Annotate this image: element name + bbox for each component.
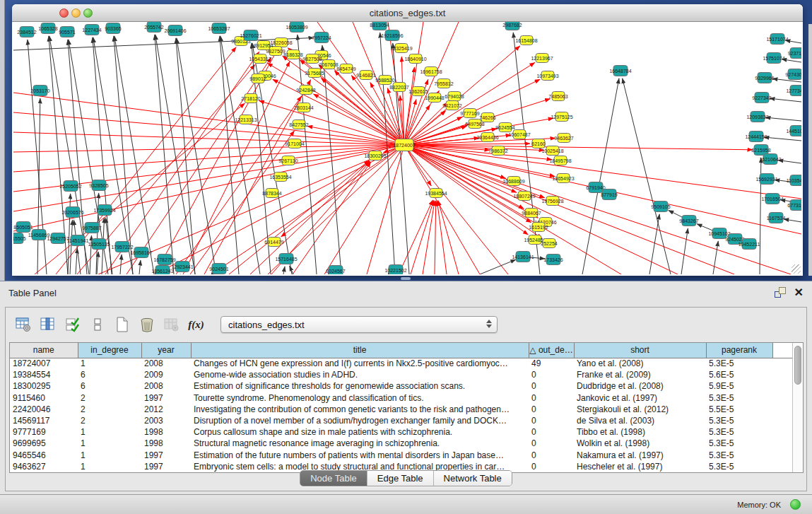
graph-node[interactable]: 11035410 — [787, 175, 801, 186]
graph-node[interactable]: 15751074 — [763, 53, 784, 64]
network-edge[interactable] — [13, 132, 404, 145]
graph-node[interactable]: 1167534 — [767, 213, 786, 223]
graph-node[interactable]: 8454749 — [336, 64, 355, 74]
function-builder-button[interactable]: f(x) — [186, 314, 206, 335]
column-header-out_de[interactable]: △ out_de… — [529, 343, 574, 358]
row-height-button[interactable] — [87, 314, 107, 335]
network-edge[interactable] — [423, 201, 435, 274]
graph-node[interactable]: 25205052 — [59, 181, 81, 192]
network-edge[interactable] — [155, 35, 174, 274]
graph-node[interactable]: 9509105 — [651, 201, 670, 212]
network-edge[interactable] — [220, 36, 239, 274]
delete-table-button[interactable] — [161, 314, 182, 335]
graph-node[interactable]: 9843267 — [679, 216, 698, 226]
graph-node[interactable]: 18807249 — [513, 192, 535, 201]
graph-node[interactable]: 1990448 — [425, 93, 444, 103]
graph-node[interactable]: 9146821 — [356, 71, 375, 80]
graph-node[interactable]: 16053809 — [286, 22, 307, 33]
network-edge[interactable] — [437, 201, 447, 274]
graph-node[interactable]: 3915505 — [13, 233, 26, 244]
graph-node[interactable]: 18640910 — [404, 54, 426, 64]
network-edge[interactable] — [399, 200, 433, 274]
network-edge[interactable] — [582, 78, 619, 274]
network-edge[interactable] — [404, 145, 678, 274]
network-edge[interactable] — [273, 79, 404, 145]
table-row[interactable]: 1830029562008Estimation of significance … — [10, 380, 792, 392]
network-edge[interactable] — [778, 160, 801, 163]
table-row[interactable]: 1938455462009Genome-wide association stu… — [10, 369, 792, 380]
network-edge[interactable] — [765, 117, 801, 121]
network-edge[interactable] — [70, 220, 73, 274]
graph-node[interactable]: 8024567 — [326, 266, 345, 275]
network-edge[interactable] — [404, 22, 423, 145]
graph-node[interactable]: 14136141 — [512, 252, 534, 262]
graph-node[interactable]: 18325419 — [390, 44, 412, 53]
network-edge[interactable] — [681, 228, 688, 274]
graph-node[interactable]: 9463627 — [554, 134, 573, 143]
network-edge[interactable] — [367, 145, 404, 274]
graph-node[interactable]: 15716485 — [275, 254, 297, 264]
graph-node[interactable]: 16961758 — [420, 67, 442, 76]
graph-node[interactable]: 12975125 — [551, 112, 572, 122]
tab-node-table[interactable]: Node Table — [300, 471, 367, 486]
table-row[interactable]: 2242004622012Investigating the contribut… — [10, 404, 792, 415]
tab-network-table[interactable]: Network Table — [433, 471, 512, 486]
graph-node[interactable]: 20206576 — [61, 207, 83, 218]
graph-node[interactable]: 2384512 — [17, 27, 36, 37]
column-header-short[interactable]: short — [574, 343, 706, 358]
table-row[interactable]: 1872400712008Changes of HCN gene express… — [10, 358, 792, 369]
network-edge[interactable] — [393, 43, 409, 274]
network-edge[interactable] — [404, 145, 734, 274]
network-edge[interactable] — [139, 260, 141, 274]
network-edge[interactable] — [13, 112, 404, 145]
graph-node[interactable]: 10973493 — [536, 71, 558, 81]
table-row[interactable]: 911546021997Tourette syndrome. Phenomeno… — [10, 392, 792, 404]
graph-node[interactable]: 9227343 — [752, 93, 771, 103]
graph-node[interactable]: 15171074 — [766, 34, 788, 45]
column-header-pagerank[interactable]: pagerank — [706, 343, 772, 358]
graph-node[interactable]: 18561243 — [151, 266, 173, 275]
scrollbar-thumb[interactable] — [794, 346, 801, 385]
graph-node[interactable]: 252254 — [541, 239, 557, 248]
graph-node[interactable]: 18724007 — [393, 139, 415, 151]
network-edge[interactable] — [713, 241, 718, 274]
graph-node[interactable]: 9328505 — [89, 180, 108, 191]
graph-node[interactable]: 16958167 — [130, 247, 152, 258]
graph-node[interactable]: 20364436 — [476, 133, 498, 142]
network-edge[interactable] — [114, 36, 133, 274]
graph-node[interactable]: 12773451 — [786, 86, 801, 96]
network-edge[interactable] — [438, 201, 459, 274]
graph-node[interactable]: 905571 — [59, 27, 75, 37]
graph-node[interactable]: 1065328 — [38, 23, 57, 34]
column-header-year[interactable]: year — [141, 343, 191, 358]
graph-node[interactable]: 9884067 — [522, 209, 541, 218]
network-edge[interactable] — [435, 201, 436, 274]
graph-node[interactable]: 10607487 — [508, 130, 530, 139]
graph-node[interactable]: 9329966 — [755, 73, 774, 83]
network-edge[interactable] — [770, 98, 801, 102]
close-panel-icon[interactable]: ✕ — [794, 287, 804, 298]
column-header-name[interactable]: name — [10, 343, 78, 358]
graph-node[interactable]: 12942757 — [47, 233, 69, 244]
graph-node[interactable]: 14451023 — [786, 126, 801, 136]
graph-node[interactable]: 19218596 — [381, 30, 403, 41]
graph-node[interactable]: 62160 — [531, 139, 546, 148]
table-row[interactable]: 977716911998Corpus callosum shape and si… — [10, 426, 792, 438]
graph-node[interactable]: 12444158 — [745, 132, 767, 142]
network-edge[interactable] — [73, 220, 81, 274]
graph-node[interactable]: 8822037 — [389, 83, 408, 92]
network-edge[interactable] — [411, 200, 434, 274]
window-titlebar[interactable]: citations_edges.txt — [12, 4, 803, 22]
network-edge[interactable] — [13, 145, 404, 211]
network-edge[interactable] — [190, 131, 295, 274]
graph-node[interactable]: 16353554 — [269, 173, 291, 182]
network-edge[interactable] — [176, 38, 195, 274]
network-edge[interactable] — [250, 161, 370, 274]
graph-node[interactable]: 2987682 — [502, 22, 522, 30]
network-edge[interactable] — [259, 100, 404, 145]
network-graph[interactable]: 1872400718300295193845541822605898275098… — [13, 22, 801, 274]
network-edge[interactable] — [68, 194, 71, 274]
graph-node[interactable]: 8505051 — [13, 222, 33, 233]
graph-node[interactable]: 2718120 — [241, 94, 260, 103]
network-edge[interactable] — [76, 248, 77, 274]
